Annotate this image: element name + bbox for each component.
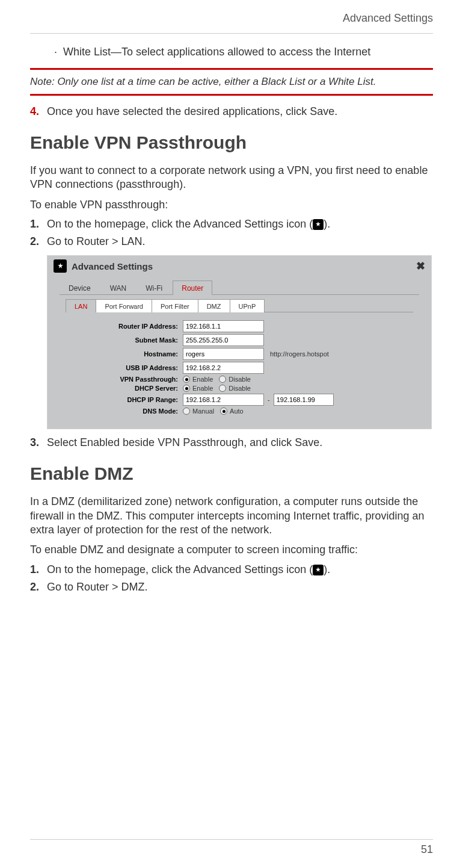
dmz-step-2: 2. Go to Router > DMZ.: [30, 581, 433, 594]
screenshot-advanced-settings: Advanced Settings ✖ Device WAN Wi-Fi Rou…: [47, 255, 432, 429]
label-subnet: Subnet Mask:: [54, 336, 183, 344]
step-text-post: ).: [324, 218, 330, 230]
step-text-pre: On to the homepage, click the Advanced S…: [47, 563, 313, 575]
subtab-upnp[interactable]: UPnP: [230, 299, 265, 312]
page-footer: 51: [30, 839, 433, 856]
hostname-url: http://rogers.hotspot: [270, 350, 329, 358]
label-router-ip: Router IP Address:: [54, 323, 183, 330]
window-titlebar: Advanced Settings ✖: [48, 256, 431, 276]
radio-label: Disable: [229, 385, 251, 392]
vpn-step-2: 2. Go to Router > LAN.: [30, 235, 433, 248]
advanced-settings-icon: [313, 565, 324, 575]
step-text: Once you have selected the desired appli…: [47, 105, 337, 118]
dmz-step-1: 1. On to the homepage, click the Advance…: [30, 563, 433, 576]
advanced-settings-icon: [54, 259, 67, 273]
radio-label: Enable: [192, 385, 213, 392]
input-router-ip[interactable]: [183, 320, 264, 332]
input-dhcp-to[interactable]: [274, 394, 334, 406]
step-num: 2.: [30, 581, 47, 594]
subtab-port-forward[interactable]: Port Forward: [96, 299, 152, 312]
bullet-dash: —: [111, 46, 121, 58]
advanced-settings-icon: [313, 219, 324, 230]
dmz-intro: In a DMZ (demilitarized zone) network co…: [30, 495, 433, 537]
step-num: 3.: [30, 436, 47, 449]
step-text: Go to Router > DMZ.: [47, 581, 148, 594]
radio-dhcp-enable[interactable]: Enable: [183, 385, 213, 392]
note-label: Note:: [30, 76, 55, 87]
label-usb-ip: USB IP Address:: [54, 364, 183, 371]
main-tabs: Device WAN Wi-Fi Router: [60, 280, 419, 295]
window-title: Advanced Settings: [72, 261, 153, 271]
heading-enable-dmz: Enable DMZ: [30, 463, 433, 484]
radio-dns-manual[interactable]: Manual: [183, 408, 214, 415]
radio-label: Enable: [192, 376, 213, 383]
step-text-pre: On to the homepage, click the Advanced S…: [47, 218, 313, 230]
label-dns-mode: DNS Mode:: [54, 408, 183, 415]
label-hostname: Hostname:: [54, 350, 183, 358]
step-num: 4.: [30, 105, 47, 118]
bullet-white-list: · White List—To select applications allo…: [54, 46, 433, 58]
tab-router[interactable]: Router: [173, 281, 212, 295]
radio-vpn-disable[interactable]: Disable: [219, 376, 251, 383]
step-num: 1.: [30, 563, 47, 576]
input-hostname[interactable]: [183, 348, 264, 360]
input-dhcp-from[interactable]: [183, 394, 264, 406]
tab-wan[interactable]: WAN: [101, 281, 136, 295]
vpn-step-1: 1. On to the homepage, click the Advance…: [30, 218, 433, 231]
bullet-dot: ·: [54, 46, 57, 58]
note-box: Note: Only one list at a time can be act…: [30, 68, 433, 96]
step-num: 1.: [30, 218, 47, 231]
subtab-dmz[interactable]: DMZ: [198, 299, 230, 312]
input-usb-ip[interactable]: [183, 362, 264, 374]
heading-enable-vpn: Enable VPN Passthrough: [30, 132, 433, 153]
range-dash: -: [268, 396, 270, 403]
radio-label: Auto: [230, 408, 244, 415]
tab-wifi[interactable]: Wi-Fi: [137, 281, 171, 295]
radio-vpn-enable[interactable]: Enable: [183, 376, 213, 383]
label-dhcp-range: DHCP IP Range:: [54, 396, 183, 403]
bullet-prefix: White List: [63, 46, 111, 58]
radio-label: Disable: [229, 376, 251, 383]
vpn-lead: To enable VPN passthrough:: [30, 198, 433, 212]
label-vpn-passthrough: VPN Passthrough:: [54, 376, 183, 383]
radio-dns-auto[interactable]: Auto: [220, 408, 244, 415]
sub-tabs: LAN Port Forward Port Filter DMZ UPnP: [66, 299, 413, 312]
note-text: Only one list at a time can be active, e…: [57, 76, 376, 87]
tab-device[interactable]: Device: [60, 281, 100, 295]
vpn-step-3: 3. Select Enabled beside VPN Passthrough…: [30, 436, 433, 449]
step-text: Go to Router > LAN.: [47, 235, 146, 248]
label-dhcp-server: DHCP Server:: [54, 385, 183, 392]
page-header-title: Advanced Settings: [30, 12, 433, 34]
step-4: 4. Once you have selected the desired ap…: [30, 105, 433, 118]
vpn-intro: If you want to connect to a corporate ne…: [30, 164, 433, 192]
step-text-post: ).: [324, 563, 330, 575]
step-text: Select Enabled beside VPN Passthrough, a…: [47, 436, 322, 449]
step-num: 2.: [30, 235, 47, 248]
bullet-text: To select applications allowed to access…: [121, 46, 370, 58]
close-icon[interactable]: ✖: [416, 259, 425, 273]
page-number: 51: [421, 843, 433, 855]
subtab-lan[interactable]: LAN: [66, 299, 96, 312]
input-subnet[interactable]: [183, 334, 264, 346]
radio-label: Manual: [192, 408, 214, 415]
subtab-port-filter[interactable]: Port Filter: [152, 299, 198, 312]
form-area: Router IP Address: Subnet Mask: Hostname…: [48, 312, 431, 429]
dmz-lead: To enable DMZ and designate a computer t…: [30, 543, 433, 557]
radio-dhcp-disable[interactable]: Disable: [219, 385, 251, 392]
